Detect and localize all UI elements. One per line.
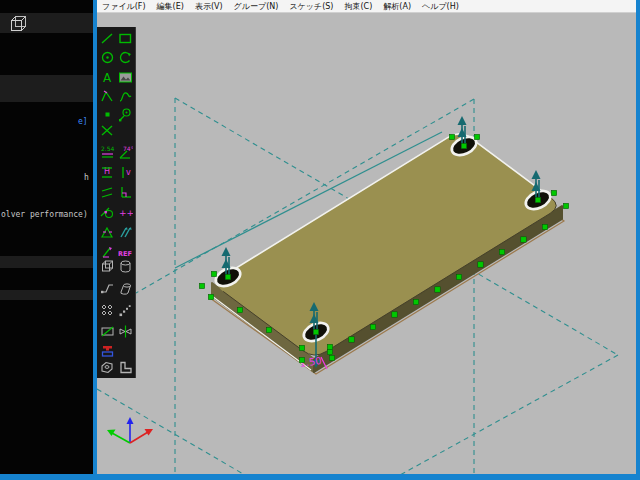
desktop: { "console": { "icon": "cube-wireframe-i… [0, 0, 640, 480]
perpendicular-constraint-icon[interactable] [118, 185, 133, 200]
menu-item-1[interactable]: 編集(E) [157, 1, 184, 12]
console-text-fragment: e] [78, 117, 88, 126]
equal-constraint-icon[interactable] [100, 225, 115, 240]
cylinder-icon[interactable] [118, 259, 133, 274]
extrude-icon[interactable] [100, 259, 115, 274]
menu-item-4[interactable]: スケッチ(S) [289, 1, 333, 12]
cube-wireframe-icon [10, 15, 28, 36]
axis-icon[interactable] [118, 324, 133, 339]
polyline-icon[interactable] [100, 89, 115, 104]
press-icon[interactable] [100, 343, 115, 358]
mirror-icon[interactable] [100, 324, 115, 339]
console-band [0, 290, 93, 300]
svg-text:++: ++ [119, 208, 133, 218]
angle-constraint-icon[interactable] [100, 245, 115, 260]
svg-text:2.54: 2.54 [101, 145, 115, 152]
spline-icon[interactable] [118, 89, 133, 104]
scene-canvas[interactable]: 1.50 [97, 13, 636, 474]
pattern-icon[interactable] [100, 303, 115, 318]
arc-icon[interactable] [118, 50, 133, 65]
image-icon[interactable] [118, 70, 133, 85]
console-window: e]holver performance) [0, 0, 93, 480]
horizontal-constraint-icon[interactable]: H [100, 165, 115, 180]
trim-icon[interactable] [100, 123, 115, 138]
linear-dimension-icon[interactable]: 2.54 [100, 145, 115, 160]
console-text-fragment: olver performance) [1, 210, 88, 219]
rectangle-icon[interactable] [118, 31, 133, 46]
vertical-constraint-icon[interactable]: v [118, 165, 133, 180]
menu-item-0[interactable]: ファイル(F) [102, 1, 146, 12]
symmetric-constraint-icon[interactable] [118, 225, 133, 240]
text-icon[interactable]: A [100, 70, 115, 85]
window-border-bottom [0, 474, 640, 480]
console-text-fragment: h [84, 173, 89, 182]
sketch-toolbar: A2.5474°Hv++REF [97, 27, 136, 378]
coincident-constraint-icon[interactable]: ++ [118, 205, 133, 220]
menu-bar: ファイル(F)編集(E)表示(V)グループ(N)スケッチ(S)拘束(C)解析(A… [97, 0, 636, 13]
menu-item-7[interactable]: ヘルプ(H) [422, 1, 459, 12]
ref-icon[interactable]: REF [118, 245, 133, 260]
svg-text:v: v [126, 168, 131, 177]
revolve-icon[interactable] [118, 281, 133, 296]
window-border-left [93, 0, 97, 480]
console-band [0, 256, 93, 268]
3d-viewport[interactable]: 1.50 [97, 13, 636, 474]
sweep-icon[interactable] [100, 281, 115, 296]
console-band [0, 75, 93, 102]
corner-icon[interactable] [118, 360, 133, 375]
line-icon[interactable] [100, 31, 115, 46]
svg-text:A: A [103, 71, 112, 85]
angle-dimension-icon[interactable]: 74° [118, 145, 133, 160]
svg-text:74°: 74° [123, 145, 133, 152]
coordinate-triad [107, 417, 153, 443]
menu-item-5[interactable]: 拘束(C) [344, 1, 372, 12]
linear-pattern-icon[interactable] [118, 303, 133, 318]
svg-text:REF: REF [118, 250, 132, 258]
projected-point-icon[interactable] [118, 107, 133, 122]
menu-item-6[interactable]: 解析(A) [383, 1, 411, 12]
circle-icon[interactable] [100, 50, 115, 65]
menu-item-2[interactable]: 表示(V) [195, 1, 223, 12]
boolean-icon[interactable] [100, 360, 115, 375]
window-border-right [636, 0, 640, 480]
tangent-constraint-icon[interactable] [100, 205, 115, 220]
parallel-constraint-icon[interactable] [100, 185, 115, 200]
menu-item-3[interactable]: グループ(N) [234, 1, 279, 12]
point-icon[interactable] [100, 107, 115, 122]
